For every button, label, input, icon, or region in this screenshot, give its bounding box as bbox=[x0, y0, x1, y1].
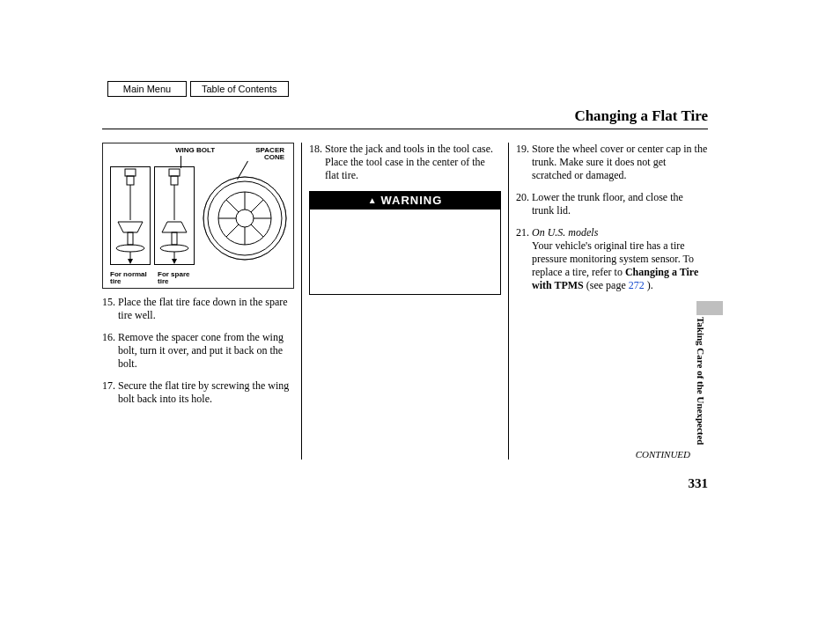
svg-rect-8 bbox=[171, 176, 178, 185]
section-name: Taking Care of the Unexpected bbox=[696, 317, 706, 445]
label-for-normal: For normal tire bbox=[110, 271, 154, 286]
step-number: 18. bbox=[309, 143, 325, 182]
column-2: 18. Store the jack and tools in the tool… bbox=[309, 143, 501, 460]
step-number: 21. bbox=[516, 226, 532, 292]
main-menu-button[interactable]: Main Menu bbox=[107, 81, 187, 97]
svg-rect-10 bbox=[172, 232, 177, 245]
svg-rect-7 bbox=[169, 169, 180, 176]
svg-rect-1 bbox=[127, 176, 134, 185]
toc-button[interactable]: Table of Contents bbox=[190, 81, 289, 97]
svg-line-25 bbox=[251, 200, 263, 212]
svg-point-14 bbox=[203, 177, 286, 260]
page-number: 331 bbox=[689, 476, 709, 491]
step-text: Secure the flat tire by screwing the win… bbox=[118, 379, 294, 406]
step-15: 15. Place the flat tire face down in the… bbox=[102, 296, 294, 322]
model-note: On U.S. models bbox=[532, 226, 598, 239]
label-wing-bolt: WING BOLT bbox=[175, 147, 215, 154]
bolt-panel-normal bbox=[110, 166, 151, 265]
continued-label: CONTINUED bbox=[636, 449, 690, 460]
step-text: Store the jack and tools in the tool cas… bbox=[325, 143, 501, 182]
step-18: 18. Store the jack and tools in the tool… bbox=[309, 143, 501, 182]
step-text: Remove the spacer cone from the wing bol… bbox=[118, 331, 294, 371]
column-separator bbox=[508, 143, 509, 460]
svg-line-23 bbox=[251, 224, 263, 237]
bolt-panel-spare bbox=[154, 166, 195, 265]
column-3: 19. Store the wheel cover or center cap … bbox=[516, 143, 708, 460]
step-20: 20. Lower the trunk floor, and close the… bbox=[516, 191, 708, 217]
step-16: 16. Remove the spacer cone from the wing… bbox=[102, 331, 294, 371]
label-for-spare: For spare tire bbox=[158, 271, 197, 286]
column-1: WING BOLT SPACER CONE bbox=[102, 143, 294, 460]
svg-marker-13 bbox=[172, 259, 177, 264]
step-text: Lower the trunk floor, and close the tru… bbox=[532, 191, 708, 217]
svg-point-11 bbox=[160, 245, 188, 252]
svg-point-4 bbox=[116, 245, 144, 252]
step-number: 17. bbox=[102, 379, 118, 406]
step-text: On U.S. models Your vehicle's original t… bbox=[532, 226, 708, 292]
label-spacer-cone: SPACER CONE bbox=[255, 147, 284, 162]
svg-line-22 bbox=[226, 200, 239, 212]
step-19: 19. Store the wheel cover or center cap … bbox=[516, 143, 708, 182]
step-17: 17. Secure the flat tire by screwing the… bbox=[102, 379, 294, 406]
step-text: Place the flat tire face down in the spa… bbox=[118, 296, 294, 322]
step-text: Store the wheel cover or center cap in t… bbox=[532, 143, 708, 182]
page-title: Changing a Flat Tire bbox=[574, 107, 708, 125]
svg-line-24 bbox=[226, 224, 239, 237]
step-21-text-c: ). bbox=[645, 279, 653, 291]
section-tab bbox=[696, 301, 723, 315]
tire-illustration bbox=[202, 175, 288, 261]
page-link-272[interactable]: 272 bbox=[629, 279, 645, 291]
step-number: 16. bbox=[102, 331, 118, 371]
column-separator bbox=[301, 143, 302, 460]
nav-bar: Main Menu Table of Contents bbox=[107, 81, 289, 97]
step-21-text-b: (see page bbox=[584, 279, 629, 291]
warning-box: WARNING bbox=[309, 191, 501, 295]
warning-header: WARNING bbox=[310, 192, 500, 210]
content-columns: WING BOLT SPACER CONE bbox=[102, 143, 708, 460]
title-rule bbox=[102, 129, 708, 129]
diagram: WING BOLT SPACER CONE bbox=[102, 143, 294, 289]
step-number: 15. bbox=[102, 296, 118, 322]
svg-marker-6 bbox=[128, 259, 133, 264]
svg-rect-3 bbox=[128, 232, 133, 245]
step-number: 19. bbox=[516, 143, 532, 182]
svg-rect-0 bbox=[125, 169, 136, 176]
step-21: 21. On U.S. models Your vehicle's origin… bbox=[516, 226, 708, 292]
step-number: 20. bbox=[516, 191, 532, 217]
